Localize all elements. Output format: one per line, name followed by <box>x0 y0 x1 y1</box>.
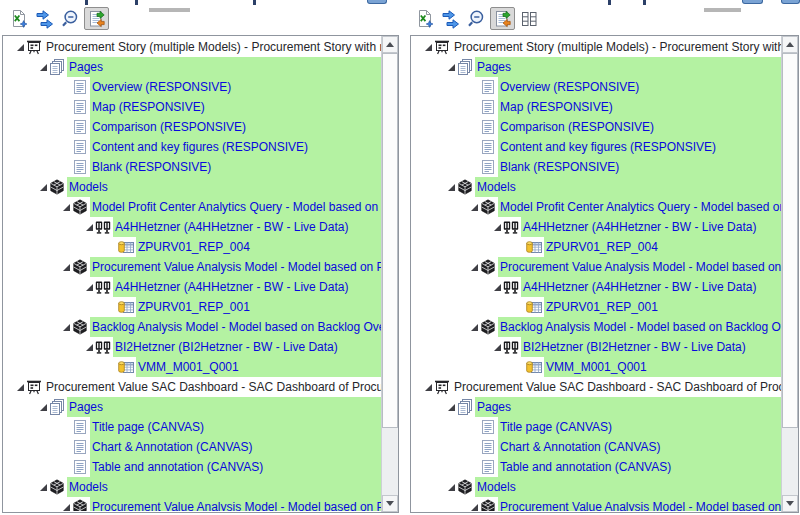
tree-item[interactable]: Models <box>412 477 781 497</box>
tree-item[interactable]: A4HHetzner (A4HHetzner - BW - Live Data) <box>4 277 381 297</box>
tree-item-label[interactable]: BI2Hetzner (BI2Hetzner - BW - Live Data) <box>521 337 781 357</box>
tree-item[interactable]: Models <box>4 177 381 197</box>
scroll-down-button[interactable] <box>782 495 798 512</box>
tree-item-label[interactable]: BI2Hetzner (BI2Hetzner - BW - Live Data) <box>113 337 381 357</box>
tree-item-label[interactable]: Overview (RESPONSIVE) <box>90 77 381 97</box>
swap-arrows-button[interactable] <box>438 7 463 30</box>
tree-item[interactable]: ZPURV01_REP_001 <box>412 297 781 317</box>
split-view-button[interactable] <box>516 7 541 30</box>
tree-item-label[interactable]: Procurement Value SAC Dashboard - SAC Da… <box>452 377 781 397</box>
tree-item-label[interactable]: Title page (CANVAS) <box>90 417 381 437</box>
tree-item[interactable]: Table and annotation (CANVAS) <box>4 457 381 477</box>
tree-item[interactable]: Procurement Value Analysis Model - Model… <box>412 497 781 511</box>
tree-item[interactable]: Content and key figures (RESPONSIVE) <box>412 137 781 157</box>
tree-item-label[interactable]: A4HHetzner (A4HHetzner - BW - Live Data) <box>113 277 381 297</box>
tree-item[interactable]: Pages <box>4 57 381 77</box>
expander-triangle-icon[interactable] <box>448 64 455 71</box>
tree-item[interactable]: Overview (RESPONSIVE) <box>4 77 381 97</box>
tree-item-label[interactable]: Title page (CANVAS) <box>498 417 781 437</box>
expander-triangle-icon[interactable] <box>40 184 47 191</box>
tree-item[interactable]: VMM_M001_Q001 <box>412 357 781 377</box>
tree-item-label[interactable]: Models <box>67 477 381 497</box>
tree-item-label[interactable]: Blank (RESPONSIVE) <box>90 157 381 177</box>
tree-item-label[interactable]: Pages <box>67 397 381 417</box>
tree-item[interactable]: Pages <box>4 397 381 417</box>
tree-item-label[interactable]: Models <box>67 177 381 197</box>
tree-item-label[interactable]: Procurement Story (multiple Models) - Pr… <box>44 37 381 57</box>
tree-item[interactable]: Blank (RESPONSIVE) <box>412 157 781 177</box>
expander-triangle-icon[interactable] <box>86 224 93 231</box>
tree-item-label[interactable]: Model Profit Center Analytics Query - Mo… <box>90 197 381 217</box>
tree-item[interactable]: Model Profit Center Analytics Query - Mo… <box>412 197 781 217</box>
merge-doc-button[interactable] <box>84 7 109 30</box>
tree-item-label[interactable]: Comparison (RESPONSIVE) <box>90 117 381 137</box>
tree-item-label[interactable]: Models <box>475 477 781 497</box>
tree-item-label[interactable]: Blank (RESPONSIVE) <box>498 157 781 177</box>
tree-item-label[interactable]: Procurement Value Analysis Model - Model… <box>90 497 381 511</box>
expander-triangle-icon[interactable] <box>471 264 478 271</box>
expander-triangle-icon[interactable] <box>86 284 93 291</box>
tree-item-label[interactable]: Model Profit Center Analytics Query - Mo… <box>498 197 781 217</box>
zoom-out-button[interactable] <box>58 7 83 30</box>
tree-item[interactable]: Overview (RESPONSIVE) <box>412 77 781 97</box>
tree-item[interactable]: Content and key figures (RESPONSIVE) <box>4 137 381 157</box>
tree-item[interactable]: Map (RESPONSIVE) <box>412 97 781 117</box>
tree-item-label[interactable]: Procurement Story (multiple Models) - Pr… <box>452 37 781 57</box>
expander-triangle-icon[interactable] <box>494 224 501 231</box>
scrollbar-thumb[interactable] <box>382 53 398 428</box>
tree-item-label[interactable]: Content and key figures (RESPONSIVE) <box>498 137 781 157</box>
tree-item-label[interactable]: Procurement Value SAC Dashboard - SAC Da… <box>44 377 381 397</box>
tree-item[interactable]: Map (RESPONSIVE) <box>4 97 381 117</box>
tree-item-label[interactable]: Table and annotation (CANVAS) <box>498 457 781 477</box>
tree-item[interactable]: ZPURV01_REP_004 <box>412 237 781 257</box>
tree-item-label[interactable]: ZPURV01_REP_001 <box>136 297 381 317</box>
excel-export-button[interactable] <box>6 7 31 30</box>
scroll-up-button[interactable] <box>782 36 798 53</box>
scroll-down-button[interactable] <box>382 495 398 512</box>
expander-triangle-icon[interactable] <box>40 404 47 411</box>
tree-item[interactable]: Backlog Analysis Model - Model based on … <box>4 317 381 337</box>
expander-triangle-icon[interactable] <box>63 324 70 331</box>
expander-triangle-icon[interactable] <box>448 404 455 411</box>
tree-item-label[interactable]: Models <box>475 177 781 197</box>
expander-triangle-icon[interactable] <box>63 204 70 211</box>
tree-item[interactable]: Procurement Story (multiple Models) - Pr… <box>4 37 381 57</box>
tree-item[interactable]: Procurement Story (multiple Models) - Pr… <box>412 37 781 57</box>
tree-item[interactable]: BI2Hetzner (BI2Hetzner - BW - Live Data) <box>412 337 781 357</box>
tree-item-label[interactable]: Overview (RESPONSIVE) <box>498 77 781 97</box>
expander-triangle-icon[interactable] <box>17 384 24 391</box>
tree-item[interactable]: A4HHetzner (A4HHetzner - BW - Live Data) <box>412 217 781 237</box>
tree-item[interactable]: Comparison (RESPONSIVE) <box>4 117 381 137</box>
tree-item-label[interactable]: ZPURV01_REP_001 <box>544 297 781 317</box>
expander-triangle-icon[interactable] <box>448 184 455 191</box>
expander-triangle-icon[interactable] <box>63 264 70 271</box>
expander-triangle-icon[interactable] <box>471 204 478 211</box>
expander-triangle-icon[interactable] <box>63 504 70 511</box>
swap-arrows-button[interactable] <box>32 7 57 30</box>
tree-item[interactable]: ZPURV01_REP_001 <box>4 297 381 317</box>
expander-triangle-icon[interactable] <box>17 44 24 51</box>
tree-item-label[interactable]: ZPURV01_REP_004 <box>544 237 781 257</box>
tree-item-label[interactable]: Pages <box>475 57 781 77</box>
expander-triangle-icon[interactable] <box>471 324 478 331</box>
tree-item[interactable]: Blank (RESPONSIVE) <box>4 157 381 177</box>
expander-triangle-icon[interactable] <box>425 44 432 51</box>
tree-item[interactable]: Procurement Value Analysis Model - Model… <box>4 257 381 277</box>
tree-item-label[interactable]: Map (RESPONSIVE) <box>90 97 381 117</box>
tree-item[interactable]: Procurement Value SAC Dashboard - SAC Da… <box>412 377 781 397</box>
tree-item-label[interactable]: A4HHetzner (A4HHetzner - BW - Live Data) <box>521 277 781 297</box>
expander-triangle-icon[interactable] <box>40 484 47 491</box>
tree-item-label[interactable]: Backlog Analysis Model - Model based on … <box>90 317 381 337</box>
expander-triangle-icon[interactable] <box>40 64 47 71</box>
expander-triangle-icon[interactable] <box>425 384 432 391</box>
tree-item-label[interactable]: A4HHetzner (A4HHetzner - BW - Live Data) <box>521 217 781 237</box>
excel-export-button[interactable] <box>412 7 437 30</box>
tree-item-label[interactable]: Chart & Annotation (CANVAS) <box>90 437 381 457</box>
merge-doc-button[interactable] <box>490 7 515 30</box>
expander-triangle-icon[interactable] <box>494 284 501 291</box>
tree-item[interactable]: Title page (CANVAS) <box>412 417 781 437</box>
tree-item[interactable]: Model Profit Center Analytics Query - Mo… <box>4 197 381 217</box>
tree-item-label[interactable]: Table and annotation (CANVAS) <box>90 457 381 477</box>
tree-item[interactable]: Procurement Value Analysis Model - Model… <box>412 257 781 277</box>
tree-item-label[interactable]: A4HHetzner (A4HHetzner - BW - Live Data) <box>113 217 381 237</box>
